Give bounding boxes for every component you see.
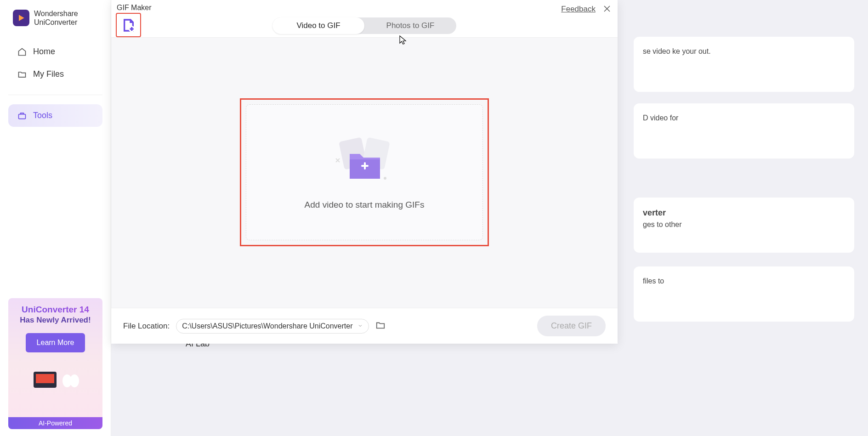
- create-gif-button[interactable]: Create GIF: [537, 316, 606, 336]
- nav-home-label: Home: [33, 47, 55, 57]
- svg-point-4: [70, 374, 79, 387]
- svg-rect-2: [36, 374, 54, 383]
- bg-card-2-text: D video for: [643, 114, 678, 122]
- svg-rect-0: [19, 114, 26, 119]
- tab-video-to-gif[interactable]: Video to GIF: [272, 17, 364, 34]
- file-path-text: C:\Users\ASUS\Pictures\Wondershare UniCo…: [182, 322, 354, 330]
- nav-myfiles[interactable]: My Files: [8, 63, 102, 85]
- sidebar: Wondershare UniConverter Home My Files T…: [0, 0, 111, 436]
- feedback-link[interactable]: Feedback: [561, 5, 596, 14]
- gif-maker-modal: GIF Maker Feedback Video to GIF Photos t…: [111, 0, 618, 344]
- file-location-label: File Location:: [123, 322, 170, 331]
- chevron-down-icon: [357, 322, 363, 330]
- tab-photos-to-gif[interactable]: Photos to GIF: [364, 17, 456, 34]
- promo-footer: AI-Powered: [8, 417, 102, 429]
- bg-card-4: files to: [634, 266, 854, 322]
- modal-title: GIF Maker: [117, 4, 152, 12]
- tab-switcher: Video to GIF Photos to GIF: [272, 17, 456, 34]
- bg-subhead: verter: [643, 208, 666, 217]
- toolbox-icon: [17, 111, 27, 120]
- brand-line2: UniConverter: [34, 18, 78, 27]
- nav-home[interactable]: Home: [8, 40, 102, 63]
- promo-sub: Has Newly Arrived!: [14, 316, 97, 325]
- promo-art: [14, 358, 97, 399]
- bg-card-3: verter ges to other: [634, 198, 854, 253]
- bg-card-1-text: se video ke your out.: [643, 47, 711, 55]
- brand-line1: Wondershare: [34, 9, 78, 18]
- modal-footer: File Location: C:\Users\ASUS\Pictures\Wo…: [111, 308, 618, 344]
- bg-card-4-text: files to: [643, 277, 664, 285]
- file-path-dropdown[interactable]: C:\Users\ASUS\Pictures\Wondershare UniCo…: [176, 319, 369, 334]
- dropzone-highlight: Add video to start making GIFs: [240, 98, 489, 246]
- modal-header: GIF Maker Feedback Video to GIF Photos t…: [111, 0, 618, 38]
- nav-divider: [8, 95, 102, 95]
- nav-myfiles-label: My Files: [33, 69, 64, 79]
- dropzone-text: Add video to start making GIFs: [305, 200, 425, 210]
- bg-card-3-text: ges to other: [643, 221, 682, 228]
- folder-icon: [17, 70, 27, 79]
- home-icon: [17, 47, 27, 57]
- svg-point-14: [384, 177, 386, 180]
- folder-add-icon: [328, 135, 401, 185]
- bg-card-2: D video for: [634, 103, 854, 159]
- brand-header: Wondershare UniConverter: [0, 0, 111, 36]
- bg-card-1: se video ke your out.: [634, 37, 854, 92]
- learn-more-button[interactable]: Learn More: [26, 333, 85, 352]
- promo-title: UniConverter 14: [14, 305, 97, 315]
- open-folder-icon[interactable]: [375, 320, 386, 332]
- close-icon[interactable]: [603, 5, 611, 15]
- brand-icon: [13, 10, 29, 26]
- nav-tools[interactable]: Tools: [8, 104, 102, 127]
- nav-tools-label: Tools: [33, 111, 52, 120]
- promo-card[interactable]: UniConverter 14 Has Newly Arrived! Learn…: [8, 298, 102, 429]
- add-video-dropzone[interactable]: Add video to start making GIFs: [246, 104, 483, 240]
- gif-maker-tool-icon[interactable]: [116, 13, 141, 37]
